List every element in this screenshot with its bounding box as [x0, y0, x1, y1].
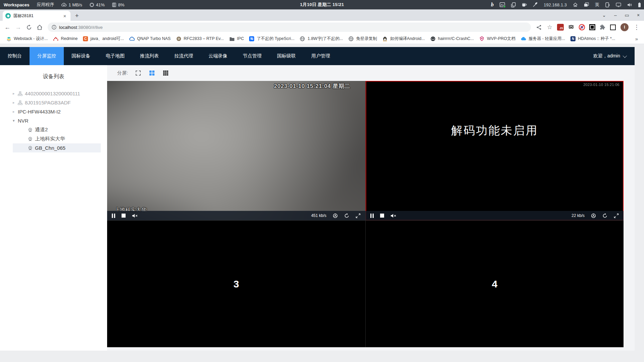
nav-tab-gb-cascade[interactable]: 国标级联: [269, 47, 304, 65]
video-cell-2[interactable]: 2023-01-10 15:21:06 解码功能未启用 22 kb/s: [366, 81, 624, 220]
nav-tab-gb-devices[interactable]: 国标设备: [64, 47, 98, 65]
expand-right-icon[interactable]: ▸: [13, 109, 18, 114]
extensions-puzzle-icon[interactable]: [598, 22, 607, 32]
maximize-icon[interactable]: ▭: [624, 12, 630, 18]
phone-link-icon[interactable]: [602, 0, 613, 9]
stop-icon[interactable]: [380, 214, 384, 218]
tampermonkey-extension-icon[interactable]: [568, 24, 574, 31]
expand-icon[interactable]: [356, 213, 361, 218]
tweaks-tray-icon[interactable]: [530, 0, 541, 9]
bookmarks-overflow-button[interactable]: »: [633, 36, 641, 42]
tree-item-gb-device-2[interactable]: ▸ 8J01915PAGB3ADF: [13, 98, 101, 107]
video-cell-3[interactable]: 3: [107, 221, 365, 347]
expand-icon[interactable]: [614, 213, 619, 218]
window-switcher-icon[interactable]: [581, 0, 592, 9]
tree-item-ipc[interactable]: ▸ IPC-HFW4433M-I2: [13, 107, 101, 116]
zhihu-icon: 知: [249, 36, 254, 41]
home-tray-icon[interactable]: [570, 0, 581, 9]
workspaces-button[interactable]: Workspaces: [0, 0, 33, 9]
bookmark-tencent-server[interactable]: 服务器 - 轻量应用...: [518, 35, 568, 43]
reload-button[interactable]: [24, 22, 34, 32]
bing-tray-icon[interactable]: b: [488, 0, 497, 9]
bookmark-github[interactable]: hairrrrr/C-CrashC...: [427, 35, 476, 43]
shutter-icon[interactable]: [591, 213, 596, 218]
tab-search-icon[interactable]: ⌄: [601, 12, 607, 18]
close-window-icon[interactable]: ×: [635, 12, 641, 18]
forward-button[interactable]: →: [13, 22, 23, 32]
bookmark-article1[interactable]: 1.8W字|了不起的...: [297, 35, 346, 43]
site-info-icon[interactable]: [52, 25, 56, 30]
nav-tab-console[interactable]: 控制台: [0, 47, 30, 65]
input-method-indicator[interactable]: 英: [592, 0, 602, 9]
tree-item-shangdi-dahua[interactable]: 上地科实大华: [13, 134, 101, 143]
bookmark-copy-free[interactable]: 免登录复制: [346, 35, 380, 43]
bookmark-android-build[interactable]: 如何编译Android...: [380, 35, 428, 43]
bookmark-hdatmos[interactable]: NHDAtmos :: 种子 *...: [568, 35, 618, 43]
ip-address-indicator[interactable]: 192.168.1.3: [541, 0, 570, 9]
cpu-usage-indicator: 41%: [86, 0, 108, 9]
nav-tab-node-manage[interactable]: 节点管理: [235, 47, 269, 65]
nav-tab-split-screen[interactable]: 分屏监控: [30, 47, 64, 65]
bookmark-ipc-folder[interactable]: IPC: [227, 35, 247, 43]
expand-down-icon[interactable]: ▾: [13, 119, 18, 123]
tree-item-nvr[interactable]: ▾ NVR: [13, 116, 101, 125]
refresh-icon[interactable]: [344, 213, 349, 218]
nav-tab-cloud-record[interactable]: 云端录像: [201, 47, 235, 65]
expand-right-icon[interactable]: ▸: [13, 91, 18, 96]
battery-tray-icon[interactable]: [635, 0, 644, 9]
grid-3x3-icon[interactable]: [163, 70, 169, 77]
expand-right-icon[interactable]: ▸: [13, 100, 18, 105]
nav-tab-pull-proxy[interactable]: 拉流代理: [167, 47, 201, 65]
display-tray-icon[interactable]: [613, 0, 624, 9]
volume-tray-icon[interactable]: [624, 0, 635, 9]
network-device-icon: [18, 91, 22, 96]
video-cell-4[interactable]: 4: [366, 221, 624, 347]
nav-tab-e-map[interactable]: 电子地图: [98, 47, 132, 65]
caffeine-tray-icon[interactable]: [519, 0, 530, 9]
nav-tab-push-list[interactable]: 推流列表: [132, 47, 167, 65]
browser-menu-icon[interactable]: ⋮: [632, 22, 641, 32]
grid-2x2-icon[interactable]: [149, 70, 155, 77]
minimize-icon[interactable]: –: [612, 12, 618, 18]
new-tab-button[interactable]: +: [73, 11, 81, 20]
mute-icon[interactable]: [390, 214, 397, 218]
pause-icon[interactable]: [112, 214, 115, 218]
tab-close-icon[interactable]: ×: [62, 13, 68, 19]
clock[interactable]: 1月10日 星期二 15∶21: [300, 2, 344, 8]
tree-item-channel2[interactable]: 通道2: [13, 125, 101, 134]
fullscreen-icon[interactable]: [135, 70, 142, 77]
pause-icon[interactable]: [370, 214, 374, 218]
user-menu[interactable]: 欢迎，admin: [593, 47, 635, 65]
tree-item-gb-device-1[interactable]: ▸ 44020000013200000111: [13, 89, 101, 98]
home-button[interactable]: [35, 22, 44, 32]
bookmark-redmine[interactable]: Redmine: [50, 35, 80, 43]
bookmark-qnap[interactable]: QNAP Turbo NAS: [127, 35, 173, 43]
browser-tab[interactable]: 国标28181 ×: [3, 11, 71, 21]
extension-square-icon[interactable]: [610, 25, 616, 30]
applications-menu[interactable]: 应用程序: [33, 0, 58, 9]
bookmark-wvp-doc[interactable]: WVP-PRO文档: [476, 35, 518, 43]
adblock-extension-icon[interactable]: [579, 24, 585, 31]
bookmark-webstack[interactable]: Webstack - 设计...: [3, 35, 50, 43]
bookmark-star-icon[interactable]: ☆: [545, 22, 554, 32]
profile-avatar[interactable]: I: [620, 23, 629, 31]
stop-icon[interactable]: [122, 214, 126, 218]
share-icon[interactable]: [534, 22, 544, 32]
chevron-down-icon: [623, 53, 627, 58]
video-cell-1[interactable]: 2023-01-10 15:21:04 星期二 上地科实大华 451 kb/s: [107, 81, 365, 220]
bookmark-zhihu-typescript[interactable]: 知了不起的 TypeScri...: [246, 35, 297, 43]
bookmark-rfc2833[interactable]: RFC2833 – RTP Ev...: [173, 35, 227, 43]
shutter-icon[interactable]: [333, 213, 338, 218]
csdn-c-icon: C: [83, 36, 88, 41]
bookmark-csdn[interactable]: Cjava、android可...: [80, 35, 127, 43]
tree-item-gb-chn-065[interactable]: GB_Chn_065: [13, 143, 101, 152]
darkreader-extension-icon[interactable]: [589, 24, 595, 30]
refresh-icon[interactable]: [602, 213, 607, 218]
address-bar[interactable]: localhost:38080/#/live: [48, 22, 531, 32]
mute-icon[interactable]: [132, 214, 138, 218]
clipboard-tray-icon[interactable]: [508, 0, 519, 9]
back-button[interactable]: ←: [3, 22, 12, 32]
js-blocker-extension-icon[interactable]: JS: [557, 24, 564, 31]
screenshot-tray-icon[interactable]: [497, 0, 508, 9]
nav-tab-user-manage[interactable]: 用户管理: [304, 47, 338, 65]
